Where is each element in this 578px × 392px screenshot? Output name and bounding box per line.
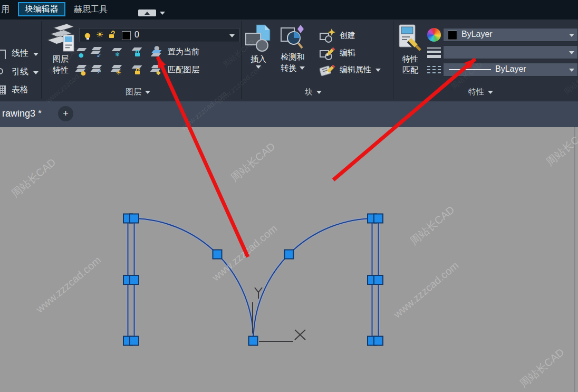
detect-label-2: 转换 <box>281 62 297 73</box>
layers-panel-caret-icon <box>145 91 150 94</box>
match-properties-button[interactable]: 特性 匹配 <box>396 24 425 75</box>
detect-convert-icon <box>280 24 306 51</box>
layers-panel-label: 图层 <box>126 87 141 97</box>
insert-block-button[interactable]: 插入 <box>243 24 274 69</box>
grip[interactable] <box>374 337 383 346</box>
insert-dropdown-icon <box>256 65 261 69</box>
grip[interactable] <box>374 275 383 284</box>
linear-dimension-icon <box>0 50 6 59</box>
layer-properties-icon <box>46 23 75 53</box>
tab-home-partial[interactable]: 用 <box>1 4 9 15</box>
edit-block-button[interactable]: 编辑 <box>320 46 355 60</box>
layer-off-button[interactable]: ● <box>75 46 88 60</box>
layer-on-button[interactable]: ● <box>75 64 88 78</box>
grip[interactable] <box>130 214 139 223</box>
leader-icon <box>0 68 3 74</box>
ribbon-collapse-menu-icon[interactable] <box>160 12 165 15</box>
leader-dropdown-icon[interactable] <box>33 71 38 74</box>
object-color-dropdown[interactable]: ByLayer <box>443 28 578 42</box>
linear-button[interactable]: 线性 <box>12 48 28 59</box>
left-swing-arc <box>131 218 254 341</box>
block-editor-drawing: Y X <box>0 127 578 392</box>
layer-properties-button[interactable]: 图层 特性 <box>44 23 77 75</box>
right-swing-arc <box>253 218 375 341</box>
drawing-canvas[interactable]: Y X <box>0 127 578 392</box>
layer-color-swatch <box>122 31 131 40</box>
properties-panel-label: 特性 <box>468 87 484 97</box>
edit-label: 编辑 <box>340 48 355 58</box>
layer-unlock-button[interactable] <box>131 64 143 78</box>
edit-attributes-label: 编辑属性 <box>340 65 371 75</box>
create-block-button[interactable]: 创建 <box>320 28 355 43</box>
match-properties-label-2: 匹配 <box>402 64 418 75</box>
new-drawing-tab-button[interactable]: + <box>58 106 73 121</box>
layer-thaw-button[interactable]: ☀ <box>111 64 123 78</box>
layer-freeze-button[interactable]: ❄ <box>111 46 123 60</box>
lineweight-icon <box>427 47 441 59</box>
ribbon: 线性 引线 表格 图层 特性 ● ☀ 0 ● <box>0 20 578 101</box>
bulb-base <box>86 38 89 40</box>
object-color-swatch <box>448 31 457 40</box>
layer-properties-label-1: 图层 <box>53 53 69 64</box>
grip[interactable] <box>374 214 383 223</box>
lineweight-sample-line <box>449 69 491 70</box>
grip[interactable] <box>130 337 139 346</box>
panel-separator <box>241 21 242 99</box>
table-button[interactable]: 表格 <box>12 84 28 95</box>
edit-attributes-button[interactable]: 编辑属性 <box>320 62 381 78</box>
object-color-caret-icon <box>569 34 574 37</box>
lineweight-caret-icon <box>569 69 574 72</box>
layer-combo-dropdown-icon[interactable] <box>229 34 235 37</box>
tab-hesi-tools[interactable]: 赫思工具 <box>74 4 108 15</box>
match-layer-button[interactable]: 匹配图层 <box>168 65 199 75</box>
set-current-button[interactable]: 置为当前 <box>168 47 199 57</box>
grip[interactable] <box>285 250 294 259</box>
grip[interactable] <box>130 275 139 284</box>
linetype-dropdown[interactable] <box>443 45 578 59</box>
collapse-up-icon <box>144 12 150 15</box>
tab-block-editor[interactable]: 块编辑器 <box>18 2 65 16</box>
insert-icon <box>245 24 272 53</box>
ribbon-collapse-button[interactable] <box>138 9 156 16</box>
table-icon <box>0 85 6 94</box>
color-wheel-icon <box>427 28 441 42</box>
layer-properties-label-2: 特性 <box>53 64 69 75</box>
current-layer-name: 0 <box>134 30 139 40</box>
file-tab-drawing3[interactable]: rawing3 * <box>2 108 42 119</box>
thaw-sun-icon: ☀ <box>96 31 103 39</box>
lineweight-value: ByLayer <box>495 64 526 74</box>
match-layer-icon-button[interactable]: ◆ <box>150 64 163 78</box>
layer-isolate-button[interactable]: ↙ <box>91 46 103 60</box>
linear-dropdown-icon[interactable] <box>33 53 38 56</box>
create-label: 创建 <box>340 31 355 41</box>
layer-lock-button[interactable] <box>131 46 143 60</box>
linetype-icon <box>427 65 441 74</box>
detect-dropdown-icon <box>300 66 305 70</box>
edit-attributes-dropdown-icon <box>375 69 381 72</box>
layers-panel-expander[interactable]: 图层 <box>126 87 150 97</box>
grip[interactable] <box>249 337 258 346</box>
edit-block-icon <box>320 46 335 60</box>
layer-unisolate-button[interactable]: ↗ <box>91 64 103 78</box>
edit-attributes-icon <box>320 62 335 78</box>
match-properties-label-1: 特性 <box>402 53 418 64</box>
layer-select-combo[interactable]: ● ☀ 0 <box>79 28 239 42</box>
block-panel-expander[interactable]: 块 <box>305 87 322 97</box>
properties-panel-caret-icon <box>488 91 493 94</box>
panel-separator <box>393 21 393 99</box>
leader-button[interactable]: 引线 <box>12 66 28 78</box>
block-panel-caret-icon <box>316 91 322 94</box>
ribbon-tab-bar: 用 块编辑器 赫思工具 <box>0 0 578 20</box>
unlock-shackle <box>111 30 115 34</box>
panel-separator <box>41 21 42 99</box>
object-color-value: ByLayer <box>461 30 493 39</box>
layer-set-current-icon-button[interactable]: ● <box>150 45 163 59</box>
lineweight-dropdown[interactable]: ByLayer <box>443 63 578 77</box>
grip[interactable] <box>213 250 222 259</box>
linetype-caret-icon <box>569 51 574 54</box>
properties-panel-expander[interactable]: 特性 <box>468 87 493 97</box>
create-block-icon <box>320 28 335 43</box>
insert-label: 插入 <box>251 53 266 64</box>
detect-convert-button[interactable]: 检测和 转换 <box>276 24 309 73</box>
block-panel-label: 块 <box>305 87 313 97</box>
